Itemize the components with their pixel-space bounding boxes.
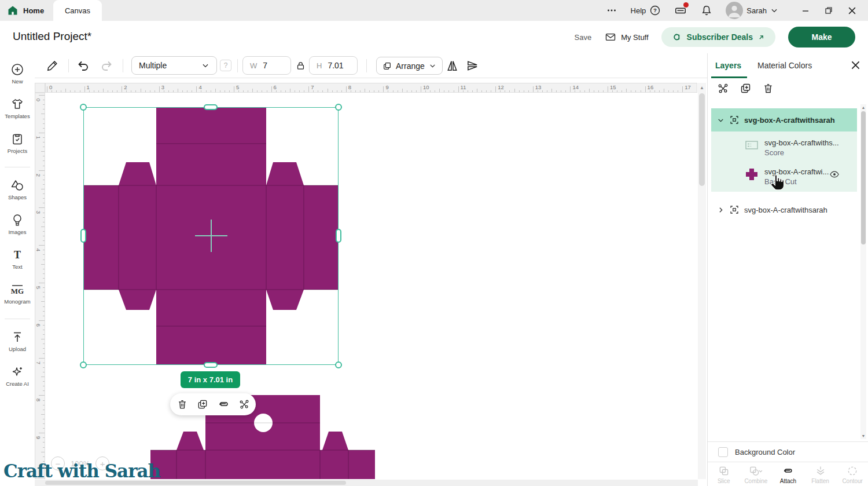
machine-status-button[interactable] (674, 4, 687, 17)
ruler-tick (538, 90, 538, 92)
width-field[interactable]: W (242, 56, 291, 75)
resize-handle-right[interactable] (336, 229, 341, 243)
delete-button[interactable] (762, 82, 774, 94)
sidebar-item-monogram[interactable]: MG Monogram (0, 283, 35, 305)
help-tip-button[interactable]: ? (220, 60, 231, 71)
ruler-number: 4 (35, 249, 42, 251)
attach-button[interactable] (217, 398, 230, 411)
ruler-tick (43, 109, 45, 109)
sidebar-item-text[interactable]: T Text (0, 248, 35, 270)
flip-vertical-button[interactable] (466, 59, 479, 72)
window-close-button[interactable] (848, 6, 856, 15)
ruler-tick (103, 89, 104, 92)
panel-close-button[interactable] (851, 60, 860, 70)
resize-handle-bottom[interactable] (204, 362, 218, 368)
scroll-up-arrow[interactable]: ▲ (699, 85, 705, 90)
make-button[interactable]: Make (788, 27, 855, 47)
ungroup-button[interactable] (238, 399, 250, 410)
background-color-swatch[interactable] (718, 447, 728, 457)
sidebar-item-new[interactable]: New (0, 63, 35, 85)
overflow-menu-icon[interactable] (605, 4, 618, 17)
window-restore-button[interactable] (825, 6, 833, 14)
tab-canvas[interactable]: Canvas (53, 0, 102, 21)
help-button[interactable]: Help ? (631, 5, 661, 16)
edit-pencil-icon[interactable] (46, 59, 59, 72)
redo-button[interactable] (100, 59, 113, 73)
lock-ratio-icon[interactable] (296, 61, 306, 71)
chevron-down-icon (770, 6, 778, 14)
sidebar-item-upload[interactable]: Upload (0, 330, 35, 352)
scrollbar-thumb[interactable] (861, 111, 866, 244)
ruler-tick (43, 213, 45, 213)
chevron-right-icon[interactable] (717, 206, 724, 214)
selection-type-dropdown[interactable]: Multiple (131, 56, 217, 75)
project-title[interactable]: Untitled Project* (13, 30, 91, 43)
resize-handle-top-right[interactable] (335, 104, 342, 111)
window-minimize-button[interactable] (801, 6, 810, 14)
layer-group-row-collapsed[interactable]: svg-box-A-craftwithsarah (711, 199, 857, 220)
user-menu[interactable]: Sarah (726, 2, 778, 19)
my-stuff-button[interactable]: My Stuff (604, 31, 648, 43)
resize-handle-bottom-right[interactable] (335, 361, 342, 368)
ruler-tick (290, 89, 290, 92)
canvas-vertical-scrollbar[interactable]: ▲ (698, 83, 706, 479)
attach-icon (782, 465, 795, 477)
width-input[interactable] (263, 61, 288, 70)
new-icon (10, 63, 24, 76)
watermark: Craft with Sarah (3, 461, 160, 481)
visibility-eye-icon[interactable] (829, 169, 840, 180)
help-icon: ? (649, 5, 661, 16)
ruler-tick (285, 90, 286, 92)
slice-button[interactable]: Slice (708, 462, 740, 486)
scroll-up-arrow[interactable]: ▲ (860, 105, 866, 109)
ruler-tick (542, 90, 543, 92)
layer-group-row-selected[interactable]: svg-box-A-craftwithsarah (711, 108, 857, 131)
chevron-down-icon[interactable] (717, 116, 724, 124)
layer-row-score[interactable]: svg-box-A-craftwiths... Score (745, 138, 839, 157)
ruler-tick (248, 90, 248, 92)
attach-button[interactable]: Attach (772, 462, 804, 486)
duplicate-button[interactable] (197, 399, 208, 410)
ruler-number: 8 (348, 84, 351, 90)
layer-type: Score (764, 148, 839, 157)
sidebar-item-templates[interactable]: Templates (0, 97, 35, 119)
flip-horizontal-button[interactable] (446, 59, 459, 72)
undo-button[interactable] (76, 59, 90, 73)
panel-scrollbar[interactable]: ▲ ▼ (860, 104, 866, 439)
resize-handle-left[interactable] (80, 229, 86, 243)
scroll-down-arrow[interactable]: ▼ (860, 434, 866, 438)
duplicate-button[interactable] (740, 82, 752, 94)
height-field[interactable]: H (309, 56, 358, 75)
delete-button[interactable] (176, 399, 188, 410)
resize-handle-bottom-left[interactable] (80, 361, 87, 368)
layers-panel: Layers Material Colors svg-box-A-craftwi… (707, 53, 868, 486)
save-button[interactable]: Save (575, 33, 592, 42)
ruler-tick (43, 306, 45, 307)
combine-button[interactable]: Combine (740, 462, 773, 486)
contour-button[interactable]: Contour (836, 462, 868, 486)
subscriber-deals-button[interactable]: Subscriber Deals (661, 27, 775, 47)
bell-icon[interactable] (700, 4, 713, 17)
tab-layers[interactable]: Layers (715, 61, 741, 70)
arrange-dropdown[interactable]: Arrange (376, 57, 443, 75)
sidebar-item-images[interactable]: Images (0, 213, 35, 235)
sidebar-item-projects[interactable]: Projects (0, 132, 35, 154)
resize-handle-top-left[interactable] (80, 104, 87, 111)
sidebar-item-create-ai[interactable]: Create AI (0, 365, 35, 387)
dimension-badge: 7 in x 7.01 in (181, 371, 240, 388)
flatten-button[interactable]: Flatten (804, 462, 837, 486)
slice-icon (718, 465, 730, 477)
sidebar-item-shapes[interactable]: Shapes (0, 178, 35, 200)
ruler-tick (547, 90, 547, 92)
scrollbar-thumb[interactable] (699, 93, 705, 186)
ruler-tick (365, 89, 365, 92)
tab-home[interactable]: Home (7, 0, 44, 21)
resize-handle-top[interactable] (204, 104, 218, 110)
tab-material-colors[interactable]: Material Colors (757, 61, 812, 70)
ruler-tick (39, 95, 45, 96)
layer-row-basic-cut[interactable]: svg-box-A-craftwi... Basic Cut (745, 167, 829, 186)
height-input[interactable] (328, 61, 353, 70)
scrollbar-thumb[interactable] (45, 481, 346, 485)
ungroup-button[interactable] (717, 82, 729, 94)
ruler-tick (398, 90, 398, 92)
